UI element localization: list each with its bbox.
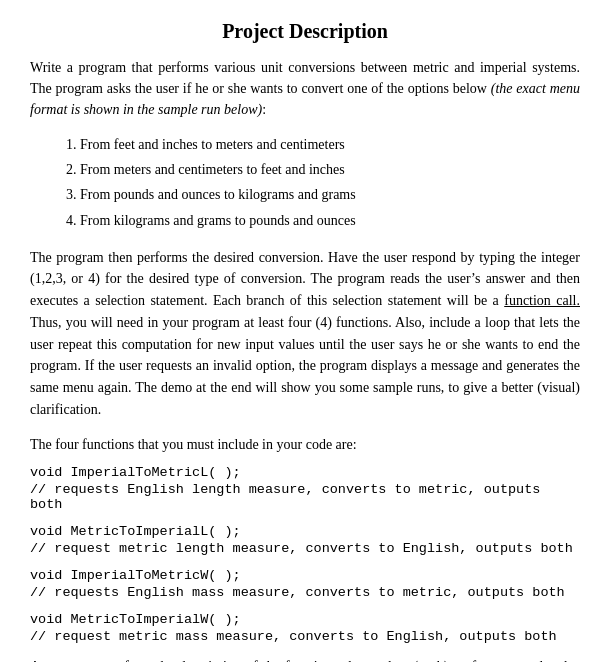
function-name-3: void ImperialToMetricW( ); (30, 568, 580, 583)
page-title: Project Description (30, 20, 580, 43)
function-block-2: void MetricToImperialL( );// request met… (30, 524, 580, 556)
functions-list: void ImperialToMetricL( );// requests En… (30, 465, 580, 644)
list-item: From pounds and ounces to kilograms and … (80, 182, 580, 207)
functions-intro: The four functions that you must include… (30, 434, 580, 455)
function-block-4: void MetricToImperialW( );// request met… (30, 612, 580, 644)
function-name-1: void ImperialToMetricL( ); (30, 465, 580, 480)
function-comment-4: // request metric mass measure, converts… (30, 629, 580, 644)
underline-function-call: function call. (504, 293, 580, 308)
list-item: From meters and centimeters to feet and … (80, 157, 580, 182)
function-block-3: void ImperialToMetricW( );// requests En… (30, 568, 580, 600)
intro-colon: : (262, 102, 266, 117)
intro-paragraph: Write a program that performs various un… (30, 57, 580, 120)
function-block-1: void ImperialToMetricL( );// requests En… (30, 465, 580, 512)
function-comment-3: // requests English mass measure, conver… (30, 585, 580, 600)
main-text-before-underline: The program then performs the desired co… (30, 250, 580, 308)
conversion-options-list: From feet and inches to meters and centi… (80, 132, 580, 233)
list-item: From feet and inches to meters and centi… (80, 132, 580, 157)
function-name-2: void MetricToImperialL( ); (30, 524, 580, 539)
function-comment-2: // request metric length measure, conver… (30, 541, 580, 556)
main-paragraph: The program then performs the desired co… (30, 247, 580, 421)
closing-paragraph: As you can see from the description of t… (30, 656, 580, 662)
main-text-after-underline: Thus, you will need in your program at l… (30, 315, 580, 417)
function-name-4: void MetricToImperialW( ); (30, 612, 580, 627)
list-item: From kilograms and grams to pounds and o… (80, 208, 580, 233)
function-comment-1: // requests English length measure, conv… (30, 482, 580, 512)
